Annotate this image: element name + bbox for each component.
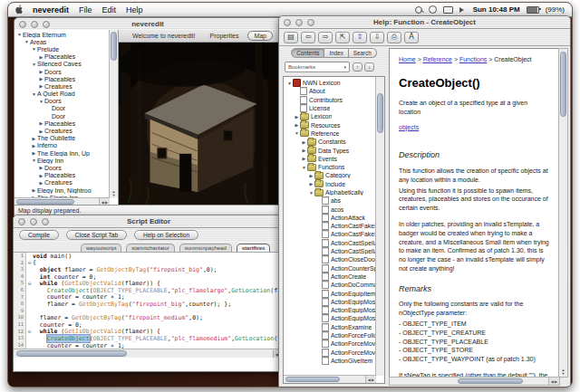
tree-item[interactable]: ActionGiveItem [285, 357, 376, 365]
tree-item[interactable]: ActionEquipMost [285, 306, 376, 314]
tree-item[interactable]: ▼Elegia Eternum [14, 31, 110, 38]
tree-item[interactable]: ▶Placeables [14, 75, 110, 82]
disclosure-open-icon[interactable]: ▼ [31, 91, 37, 97]
tree-item[interactable]: Door [14, 112, 110, 120]
volume-icon[interactable] [459, 7, 467, 13]
tree-item[interactable]: ▼NWN Lexicon [285, 79, 376, 87]
apple-menu[interactable] [15, 5, 24, 14]
displays-icon[interactable] [443, 6, 453, 14]
print-icon[interactable]: ⎙ [387, 32, 401, 43]
tree-item[interactable]: ActionCastFakeS [285, 230, 376, 238]
tree-item[interactable]: ▼Alphabetically [285, 188, 376, 196]
disclosure-closed-icon[interactable]: ▶ [38, 69, 44, 74]
disclosure-open-icon[interactable]: ▼ [38, 99, 44, 104]
disclosure-closed-icon[interactable]: ▶ [31, 187, 37, 193]
tree-item[interactable]: ActionCreate [285, 272, 376, 281]
tree-item[interactable]: ▶Placeables [14, 53, 110, 61]
script-editor-titlebar[interactable]: Script Editor [14, 215, 284, 228]
tree-item[interactable]: ActionExamine [285, 323, 376, 331]
tree-item[interactable]: ▶Placeables [14, 120, 110, 127]
down-icon[interactable]: ⇩ [370, 32, 384, 43]
tree-item[interactable]: About [285, 87, 376, 95]
tree-item[interactable]: Contributors [285, 96, 376, 104]
tree-item[interactable]: ▶Category [285, 171, 376, 179]
disclosure-closed-icon[interactable]: ▶ [301, 139, 307, 145]
script-tab-startfires[interactable]: startfires [237, 244, 271, 252]
scroll-arrows[interactable]: ◀ ▶ [548, 378, 559, 385]
map-3d-view[interactable] [119, 43, 281, 206]
breadcrumb-link[interactable]: Reference [423, 56, 452, 62]
disclosure-closed-icon[interactable]: ▶ [31, 143, 37, 148]
button-help-on-selection[interactable]: Help on Selection [134, 230, 198, 240]
tree-item[interactable]: ActionCastSpellA [285, 247, 376, 255]
tree-item[interactable]: ▶Constants [285, 138, 376, 146]
breadcrumb-link[interactable]: Home [399, 56, 416, 62]
tab-welcome-to-neveredit[interactable]: Welcome to neveredit! [127, 32, 201, 40]
back-icon[interactable]: ⇦ [301, 32, 315, 43]
disclosure-open-icon[interactable]: ▼ [24, 39, 30, 44]
tree-item[interactable]: ActionCastSpellA [285, 239, 376, 247]
tree-item[interactable]: ActionEquipMost [285, 314, 376, 322]
disclosure-open-icon[interactable]: ▼ [294, 130, 300, 136]
help-content[interactable]: Home > Reference > Functions > CreateObj… [390, 49, 559, 377]
button-compile[interactable]: Compile [19, 230, 59, 240]
disclosure-closed-icon[interactable]: ▶ [294, 114, 300, 120]
tree-item[interactable]: abs [285, 196, 376, 205]
tree-item[interactable]: ▼A Quiet Road [14, 91, 110, 98]
disclosure-open-icon[interactable]: ▼ [31, 158, 37, 163]
tree-item[interactable]: ▼Reference [285, 129, 376, 138]
home-icon[interactable]: ⇱ [335, 32, 350, 43]
tree-item[interactable]: ▶The Oubliette [14, 135, 110, 142]
tree-item[interactable]: ▼Doors [14, 98, 110, 105]
tree-item[interactable]: ▼Prelude [14, 45, 110, 53]
tree-item[interactable]: ▼Functions [285, 163, 376, 171]
disclosure-closed-icon[interactable]: ▶ [294, 122, 300, 128]
disclosure-closed-icon[interactable]: ▶ [301, 148, 307, 153]
tree-item[interactable]: Door [14, 105, 110, 112]
tree-item[interactable]: ▶Inferno [14, 142, 110, 149]
scrollbar-thumb[interactable] [285, 377, 340, 382]
code-line[interactable]: 1void main() [14, 253, 284, 260]
scroll-arrows[interactable]: ▲▼ [110, 190, 118, 197]
tree-item[interactable]: ▶Events [285, 155, 376, 163]
scroll-arrows[interactable]: ▲▼ [559, 368, 567, 376]
code-editor[interactable]: 1void main()2⊖{3 object flamer = GetObje… [14, 253, 284, 349]
tree-item[interactable]: ▶Creatures [14, 82, 110, 90]
disclosure-closed-icon[interactable]: ▶ [38, 76, 44, 81]
disclosure-open-icon[interactable]: ▼ [16, 32, 23, 37]
scrollbar-thumb[interactable] [111, 32, 117, 61]
neveredit-titlebar[interactable]: neveredit [14, 18, 281, 31]
battery-icon[interactable] [527, 6, 539, 14]
button-close-script-tab[interactable]: Close Script Tab [66, 230, 127, 240]
disclosure-open-icon[interactable]: ▼ [31, 46, 37, 52]
tree-item[interactable]: ▼Elegy Inn [14, 157, 110, 164]
keychain-icon[interactable] [415, 6, 422, 14]
disclosure-closed-icon[interactable]: ▶ [38, 54, 44, 60]
tree-item[interactable]: ActionCounterSp [285, 264, 376, 272]
script-tab-summonpayhead[interactable]: summonpayhead [179, 244, 232, 252]
tree-item[interactable]: ActionForceFollo [285, 331, 376, 339]
scrollbar-thumb[interactable] [560, 52, 566, 117]
bookmark-up-icon[interactable]: ↑ [353, 62, 362, 72]
tree-item[interactable]: ▶Doors [14, 68, 110, 75]
menu-edit[interactable]: Edit [102, 5, 117, 14]
disclosure-closed-icon[interactable]: ▶ [38, 129, 44, 134]
menu-neveredit[interactable]: neveredit [33, 5, 69, 14]
breadcrumb-link[interactable]: Functions [459, 56, 487, 62]
code-line[interactable]: 14 counter = counter + 1; [14, 342, 284, 349]
tree-item[interactable]: acos [285, 205, 376, 213]
ichat-icon[interactable] [429, 5, 437, 14]
tab-search[interactable]: Search [349, 48, 377, 58]
menu-help[interactable]: Help [126, 5, 143, 14]
objects-link[interactable]: objects [399, 123, 419, 132]
disclosure-closed-icon[interactable]: ▶ [308, 181, 314, 186]
scrollbar-thumb[interactable] [377, 93, 383, 133]
menu-file[interactable]: File [79, 5, 92, 14]
code-line[interactable]: 8 flamer = GetObjectByTag("firepoint_big… [14, 301, 284, 308]
tree-item[interactable]: ▶Elegy Inn, Nightroo [14, 186, 110, 194]
sidebar-icon[interactable]: ▤ [284, 32, 298, 43]
tab-contents[interactable]: Contents [291, 48, 324, 58]
tab-map[interactable]: Map [247, 31, 273, 41]
tree-item[interactable]: ActionEquipItem [285, 289, 376, 297]
scrollbar-thumb[interactable] [458, 378, 523, 384]
